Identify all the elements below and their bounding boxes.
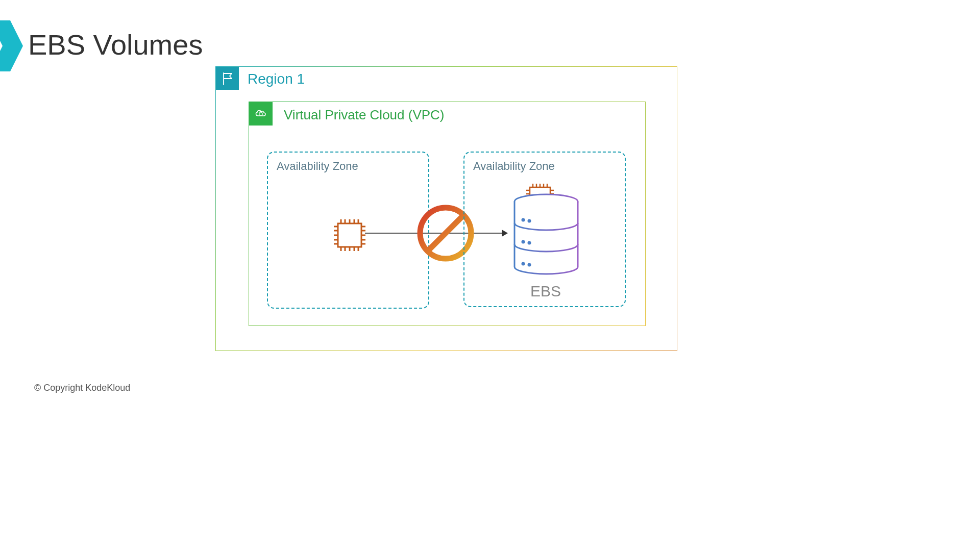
availability-zone-1: Availability Zone — [267, 152, 429, 309]
ec2-instance-icon — [332, 217, 368, 253]
header-chevron-icon — [0, 20, 26, 71]
vpc-container: Virtual Private Cloud (VPC) Availability… — [249, 102, 646, 326]
svg-point-38 — [528, 219, 531, 223]
vpc-cloud-icon — [249, 102, 273, 126]
svg-point-41 — [522, 262, 525, 266]
svg-point-40 — [528, 241, 531, 245]
svg-point-42 — [528, 263, 531, 267]
svg-point-39 — [522, 240, 525, 244]
region-container: Region 1 Virtual Private Cloud (VPC) Ava… — [215, 66, 677, 351]
az2-label: Availability Zone — [473, 160, 555, 173]
region-flag-icon — [216, 67, 239, 90]
ebs-label: EBS — [464, 283, 627, 300]
ebs-volume-icon — [513, 193, 579, 275]
svg-rect-1 — [338, 223, 361, 247]
availability-zone-2: Availability Zone — [463, 152, 626, 307]
svg-point-37 — [522, 218, 525, 222]
svg-line-23 — [429, 216, 462, 250]
copyright-text: © Copyright KodeKloud — [34, 383, 130, 393]
region-label: Region 1 — [248, 71, 305, 87]
page-title: EBS Volumes — [28, 28, 203, 61]
az1-label: Availability Zone — [277, 160, 358, 173]
vpc-label: Virtual Private Cloud (VPC) — [284, 107, 445, 123]
svg-rect-0 — [259, 113, 262, 115]
